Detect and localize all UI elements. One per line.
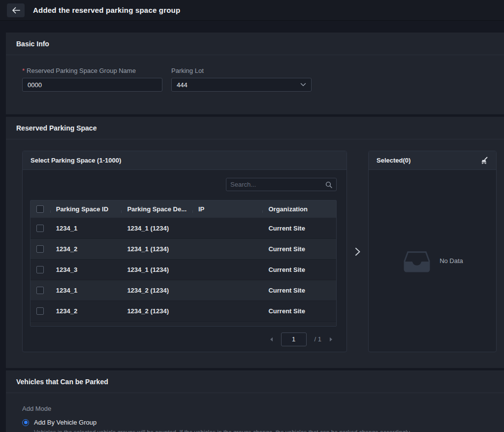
page-title: Added the reserved parking space group [33,6,180,14]
group-name-label: *Reserved Parking Space Group Name [22,67,162,74]
cell-description: 1234_2 (1234) [121,287,192,294]
cell-organization: Current Site [262,307,336,315]
row-checkbox[interactable] [36,245,44,253]
col-parking-space-desc: Parking Space De... [121,205,192,213]
no-data-label: No Data [440,257,463,265]
radio-option-label: Add By Vehicle Group [34,419,96,426]
selected-empty-state: No Data [369,170,496,352]
cell-description: 1234_1 (1234) [121,225,192,232]
cell-description: 1234_2 (1234) [121,307,192,315]
radio-selected-icon[interactable] [22,419,29,426]
cell-id: 1234_2 [50,245,122,253]
cell-description: 1234_1 (1234) [121,245,192,253]
search-icon[interactable] [325,181,332,188]
parking-lot-label: Parking Lot [171,67,312,74]
cell-id: 1234_1 [50,225,122,232]
prev-page-button[interactable] [269,337,273,342]
current-page-box[interactable]: 1 [281,332,307,346]
cell-id: 1234_1 [50,287,122,294]
chevron-right-icon [329,337,333,342]
row-checkbox[interactable] [36,225,44,232]
arrow-left-icon [12,7,20,14]
table-header-row: Parking Space ID Parking Space De... IP … [31,200,336,218]
no-data-inbox-icon [402,249,432,273]
select-parking-space-panel: Select Parking Space (1-1000) [22,151,347,352]
search-input[interactable] [230,181,325,188]
cell-organization: Current Site [262,245,336,253]
vehicles-content: Add Mode Add By Vehicle Group Vehicles i… [6,393,504,432]
col-organization: Organization [262,205,336,213]
search-field[interactable] [226,178,337,191]
cell-id: 1234_2 [50,307,122,315]
section-basic-info: Basic Info *Reserved Parking Space Group… [6,33,504,114]
back-button[interactable] [7,3,25,17]
chevron-down-icon [300,83,306,87]
chevron-left-icon [269,337,273,342]
cell-description: 1234_1 (1234) [121,266,192,273]
parking-lot-select[interactable]: 444 [171,78,312,92]
parking-space-table: Parking Space ID Parking Space De... IP … [30,200,337,327]
group-name-field: *Reserved Parking Space Group Name [22,67,162,92]
selected-panel-header: Selected(0) [369,151,496,170]
basic-info-form: *Reserved Parking Space Group Name Parki… [6,55,504,114]
table-row[interactable]: 1234_2 1234_2 (1234) Current Site [31,300,336,321]
cell-organization: Current Site [262,266,336,273]
col-parking-space-id: Parking Space ID [50,205,122,213]
table-bottom-strip [31,321,336,326]
table-row[interactable]: 1234_1 1234_1 (1234) Current Site [31,218,336,238]
clear-all-broom-icon[interactable] [480,157,488,165]
table-row[interactable]: 1234_1 1234_2 (1234) Current Site [31,280,336,300]
table-row[interactable]: 1234_2 1234_1 (1234) Current Site [31,238,336,259]
main-content: Basic Info *Reserved Parking Space Group… [6,21,504,432]
section-reserved-parking-space: Reserved Parking Space Select Parking Sp… [6,117,504,368]
select-panel-header: Select Parking Space (1-1000) [23,151,346,170]
total-pages-label: / 1 [315,335,321,343]
selected-panel-title: Selected(0) [377,157,410,164]
required-asterisk: * [22,67,25,74]
table-row[interactable]: 1234_3 1234_1 (1234) Current Site [31,259,336,280]
search-row [23,170,346,191]
add-mode-hint-text: Vehicles in the selected vehicle groups … [34,429,488,432]
select-panel-title: Select Parking Space (1-1000) [31,157,121,164]
basic-info-title: Basic Info [6,33,504,55]
transfer-list: Select Parking Space (1-1000) [6,139,504,368]
selected-panel: Selected(0) [368,151,497,352]
row-checkbox[interactable] [36,287,44,294]
cell-id: 1234_3 [50,266,122,273]
next-page-button[interactable] [329,337,333,342]
section-vehicles: Vehicles that Can be Parked Add Mode Add… [6,370,504,432]
row-checkbox[interactable] [36,307,44,315]
current-page-value: 1 [292,335,295,343]
transfer-right-icon[interactable] [354,247,361,257]
transfer-arrow-area [347,151,368,352]
add-mode-label: Add Mode [22,405,488,412]
select-all-checkbox[interactable] [36,205,44,213]
cell-organization: Current Site [262,287,336,294]
col-ip: IP [192,205,263,213]
top-bar: Added the reserved parking space group [0,0,504,21]
vehicles-title: Vehicles that Can be Parked [6,370,504,393]
parking-lot-value: 444 [177,81,188,89]
pagination: 1 / 1 [23,327,346,352]
row-checkbox[interactable] [36,266,44,273]
group-name-input[interactable] [22,78,162,92]
parking-lot-field: Parking Lot 444 [171,67,312,92]
reserved-parking-space-title: Reserved Parking Space [6,117,504,139]
add-by-vehicle-group-option[interactable]: Add By Vehicle Group [22,419,488,426]
cell-organization: Current Site [262,225,336,232]
